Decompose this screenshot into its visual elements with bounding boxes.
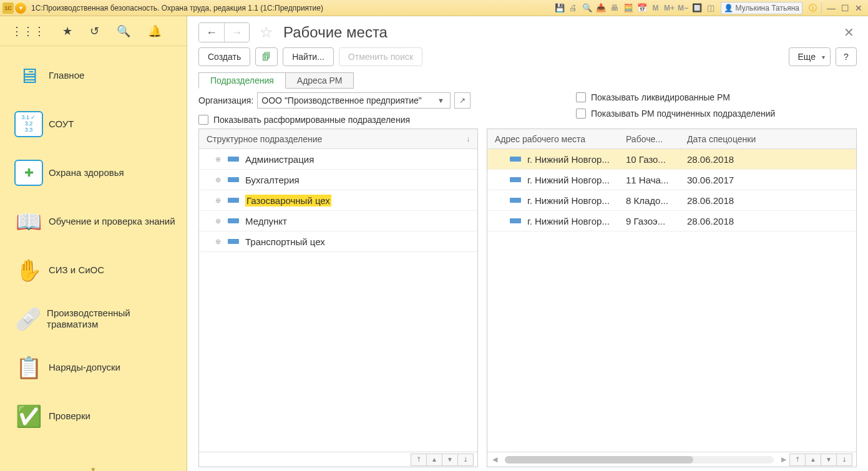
column-date[interactable]: Дата спецоценки [680, 134, 856, 144]
main-area: ← → ☆ Рабочие места ✕ Создать 🗐 Найти...… [187, 16, 868, 471]
minimize-button[interactable]: — [824, 2, 838, 14]
tab-subdivisions[interactable]: Подразделения [198, 72, 286, 89]
m-plus-icon[interactable]: M+ [663, 2, 676, 14]
first-button[interactable]: ⤒ [789, 454, 806, 466]
tree-row[interactable]: ⊕ Медпункт [199, 211, 477, 231]
print-icon[interactable]: 🖨 [567, 2, 580, 14]
info-icon[interactable]: ⓘ [806, 2, 819, 14]
favorite-star-icon[interactable]: ☆ [260, 24, 273, 41]
cell-workplace: 10 Газо... [618, 154, 680, 165]
cell-address: г. Нижний Новгор... [487, 195, 618, 206]
workplaces-table[interactable]: г. Нижний Новгор... 10 Газо... 28.06.201… [487, 149, 856, 452]
scroll-left-icon[interactable]: ◀ [491, 455, 499, 464]
cell-date: 28.06.2018 [680, 195, 856, 206]
tree-row[interactable]: ⊕ Администрация [199, 149, 477, 170]
down-button[interactable]: ▼ [821, 454, 837, 466]
table-row[interactable]: г. Нижний Новгор... 11 Нача... 30.06.201… [487, 170, 856, 190]
app-menu-dropdown[interactable]: ▾ [15, 2, 26, 14]
compare-icon[interactable]: 📥 [595, 2, 607, 14]
cell-address: г. Нижний Новгор... [487, 154, 618, 165]
notifications-icon[interactable]: 🔔 [148, 24, 162, 38]
sidebar-expand-icon[interactable]: ▾ [0, 465, 187, 471]
tab-addresses[interactable]: Адреса РМ [285, 72, 354, 89]
maximize-button[interactable]: ☐ [838, 2, 852, 14]
window-controls: — ☐ ✕ [824, 2, 866, 14]
sidebar-item-sout[interactable]: 3.1 ✓3.23.3 СОУТ [0, 100, 187, 148]
row-icon [510, 198, 521, 203]
table-row[interactable]: г. Нижний Новгор... 9 Газоэ... 28.06.201… [487, 211, 856, 231]
folder-icon [228, 177, 239, 182]
workplaces-header: Адрес рабочего места Рабоче... Дата спец… [487, 129, 856, 149]
sidebar-item-training[interactable]: 📖 Обучение и проверка знаний [0, 197, 187, 246]
copy-button[interactable]: 🗐 [255, 47, 278, 66]
org-dropdown-icon[interactable]: ▼ [435, 97, 446, 104]
show-subordinate-checkbox[interactable]: Показывать РМ подчиненных подразделений [576, 109, 857, 119]
preview-icon[interactable]: 🔍 [581, 2, 593, 14]
up-button[interactable]: ▲ [805, 454, 821, 466]
zoom-icon[interactable]: 🔲 [691, 2, 703, 14]
scrollbar[interactable] [505, 456, 774, 464]
search-icon[interactable]: 🔍 [117, 24, 130, 38]
sidebar-item-checks[interactable]: ✅ Проверки [0, 392, 187, 440]
sidebar-item-injury[interactable]: 🩹 Производственный травматизм [0, 294, 187, 343]
close-window-button[interactable]: ✕ [852, 2, 866, 14]
tree-row[interactable]: ⊕ Транспортный цех [199, 231, 477, 252]
nav-back-button[interactable]: ← [199, 23, 224, 42]
print2-icon[interactable]: 🖶 [608, 2, 621, 14]
panels-icon[interactable]: ◫ [705, 2, 717, 14]
page-title: Рабочие места [283, 24, 388, 41]
tree-row[interactable]: ⊕ Бухгалтерия [199, 170, 477, 190]
medical-icon: ✚ [14, 160, 43, 186]
sidebar-item-siz[interactable]: ✋ СИЗ и СиОС [0, 246, 187, 294]
expand-icon[interactable]: ⊕ [215, 238, 224, 246]
m-icon[interactable]: M [650, 2, 662, 14]
show-disbanded-checkbox[interactable]: Показывать расформированные подразделени… [198, 115, 557, 125]
close-page-button[interactable]: ✕ [841, 25, 857, 40]
favorite-icon[interactable]: ★ [62, 24, 72, 38]
create-button[interactable]: Создать [198, 47, 250, 66]
find-button[interactable]: Найти... [283, 47, 334, 66]
cell-date: 30.06.2017 [680, 175, 856, 185]
history-icon[interactable]: ↺ [90, 24, 99, 38]
more-button[interactable]: Еще [789, 47, 831, 66]
subdivisions-tree[interactable]: ⊕ Администрация⊕ Бухгалтерия⊕ Газосвароч… [199, 149, 477, 452]
last-button[interactable]: ⤓ [836, 454, 852, 466]
cell-date: 28.06.2018 [680, 154, 856, 165]
expand-icon[interactable]: ⊕ [215, 155, 224, 163]
save-icon[interactable]: 💾 [553, 2, 566, 14]
column-workplace[interactable]: Рабоче... [618, 134, 680, 144]
m-minus-icon[interactable]: M− [677, 2, 690, 14]
column-address[interactable]: Адрес рабочего места [487, 134, 618, 144]
cancel-search-button[interactable]: Отменить поиск [339, 47, 422, 66]
subdivisions-header: Структурное подразделение ↓ [199, 129, 477, 149]
user-badge[interactable]: 👤 Мулькина Татьяна [721, 2, 802, 14]
cell-workplace: 9 Газоэ... [618, 216, 680, 226]
sidebar-item-health[interactable]: ✚ Охрана здоровья [0, 148, 187, 197]
apps-icon[interactable]: ⋮⋮⋮ [11, 24, 45, 38]
toolbar: Создать 🗐 Найти... Отменить поиск Еще ? [187, 47, 868, 72]
tree-row[interactable]: ⊕ Газосварочный цех [199, 190, 477, 211]
folder-icon [228, 218, 239, 223]
first-button[interactable]: ⤒ [411, 454, 427, 466]
expand-icon[interactable]: ⊕ [215, 197, 224, 205]
filter-row: Организация: ООО "Производственное предп… [187, 89, 868, 129]
expand-icon[interactable]: ⊕ [215, 217, 224, 225]
table-row[interactable]: г. Нижний Новгор... 8 Кладо... 28.06.201… [487, 190, 856, 211]
scroll-right-icon[interactable]: ▶ [780, 455, 788, 464]
calculator-icon[interactable]: 🧮 [622, 2, 635, 14]
help-button[interactable]: ? [836, 47, 857, 66]
show-liquidated-checkbox[interactable]: Показывать ликвидированные РМ [576, 92, 857, 102]
last-button[interactable]: ⤓ [457, 454, 474, 466]
org-input[interactable]: ООО "Производственное предприятие" ▼ [257, 92, 451, 109]
expand-icon[interactable]: ⊕ [215, 176, 224, 184]
calendar-icon[interactable]: 📅 [636, 2, 648, 14]
sidebar-item-main[interactable]: 🖥 Главное [0, 51, 187, 100]
down-button[interactable]: ▼ [442, 454, 458, 466]
column-subdivision[interactable]: Структурное подразделение ↓ [199, 134, 477, 144]
nav-forward-button[interactable]: → [224, 23, 249, 42]
table-row[interactable]: г. Нижний Новгор... 10 Газо... 28.06.201… [487, 149, 856, 170]
tree-label: Газосварочный цех [245, 195, 331, 206]
org-open-button[interactable]: ↗ [454, 92, 471, 109]
up-button[interactable]: ▲ [426, 454, 442, 466]
sidebar-item-permits[interactable]: 📋 Наряды-допуски [0, 343, 187, 392]
